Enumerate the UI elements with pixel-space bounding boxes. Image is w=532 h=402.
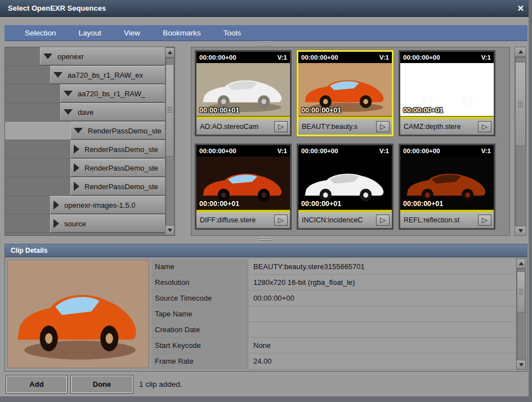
play-icon[interactable]: ▷ — [478, 215, 491, 226]
close-icon[interactable]: ✕ — [517, 3, 524, 14]
timecode-bar: 00:00:00+00V:1 — [298, 145, 392, 157]
scroll-down-icon[interactable] — [166, 225, 174, 235]
tree-item-button[interactable]: openexr — [40, 47, 165, 65]
clip-thumbnail-ao[interactable]: 00:00:00+00V:100:00:00+01AO:AO.stereoCam… — [195, 50, 292, 136]
clip-version: V:1 — [278, 148, 287, 154]
tree-item-label: openexr — [57, 52, 84, 61]
clip-thumbnail-incicn[interactable]: 00:00:00+00V:100:00:00+01INCICN:incidenc… — [297, 144, 394, 230]
chevron-right-icon[interactable] — [74, 145, 79, 154]
scroll-down-icon[interactable] — [515, 226, 526, 235]
scroll-track[interactable] — [515, 57, 526, 226]
details-row-source-timecode: Source Timecode00:00:00+00 — [151, 291, 515, 306]
clip-preview-image: 00:00:00+01 — [298, 63, 392, 116]
clip-label: AO:AO.stereoCam — [200, 123, 272, 131]
tree-item-label: RenderPassDemo_ste — [84, 164, 158, 172]
clip-label-bar: REFL:reflection.st▷ — [400, 212, 494, 228]
play-icon[interactable]: ▷ — [274, 121, 288, 132]
clip-end-timecode: 00:00:00+01 — [403, 106, 443, 114]
scroll-up-icon[interactable] — [166, 48, 174, 57]
clip-version: V:1 — [379, 148, 389, 154]
clip-label: INCICN:incidenceC — [302, 216, 374, 224]
tree-item-button[interactable]: RenderPassDemo_ste — [70, 159, 165, 177]
tree-item-renderpassdemo-ste[interactable]: RenderPassDemo_ste — [5, 177, 165, 196]
scroll-track[interactable] — [517, 269, 525, 360]
play-icon[interactable]: ▷ — [376, 215, 390, 226]
clip-preview-image: 00:00:00+01 — [196, 157, 290, 209]
chevron-down-icon[interactable] — [43, 53, 52, 59]
tree-item-aa720-bs-r1-raw-[interactable]: aa720_bs_r1_RAW_ — [5, 84, 165, 103]
details-row-label: Start Keycode — [151, 338, 248, 353]
details-row-value — [248, 306, 515, 321]
tree-item-openexr-images-1-5-0[interactable]: openexr-images-1.5.0 — [5, 196, 165, 215]
clip-thumbnail-camz[interactable]: 00:00:00+00V:100:00:00+01CAMZ:depth.ster… — [399, 50, 495, 136]
tree-item-button[interactable]: RenderPassDemo_ste — [70, 177, 165, 195]
clip-start-timecode: 00:00:00+00 — [199, 148, 236, 154]
menu-item-view[interactable]: View — [124, 29, 140, 37]
scroll-thumb[interactable] — [166, 64, 174, 157]
scroll-track[interactable] — [166, 57, 174, 225]
timecode-bar: 00:00:00+00V:1 — [400, 145, 494, 157]
chevron-down-icon[interactable] — [64, 91, 73, 96]
clip-version: V:1 — [481, 54, 491, 61]
clip-thumbnail-refl[interactable]: 00:00:00+00V:100:00:00+01REFL:reflection… — [399, 144, 495, 230]
tree-item-button[interactable]: aa720_bs_r1_RAW_ — [60, 84, 165, 102]
details-row-label: Creation Date — [151, 322, 248, 337]
chevron-right-icon[interactable] — [74, 163, 79, 172]
tree-item-renderpassdemo-ste[interactable]: RenderPassDemo_ste — [5, 159, 165, 177]
clip-preview-image: 00:00:00+01 — [298, 157, 392, 209]
clip-end-timecode: 00:00:00+01 — [199, 106, 239, 114]
chevron-down-icon[interactable] — [53, 72, 62, 78]
menu-item-layout[interactable]: Layout — [79, 29, 102, 37]
scroll-thumb[interactable] — [515, 62, 526, 146]
chevron-right-icon[interactable] — [53, 200, 59, 209]
chevron-down-icon[interactable] — [74, 128, 83, 133]
play-icon[interactable]: ▷ — [274, 215, 288, 226]
play-icon[interactable]: ▷ — [376, 121, 390, 132]
play-icon[interactable]: ▷ — [478, 121, 491, 132]
chevron-right-icon[interactable] — [53, 219, 59, 228]
clip-label-bar: AO:AO.stereoCam▷ — [196, 119, 290, 135]
scroll-thumb[interactable] — [517, 271, 525, 312]
tree-item-dave[interactable]: dave — [5, 103, 165, 122]
tree-item-button[interactable]: RenderPassDemo_ste — [70, 140, 165, 158]
tree-item-button[interactable]: openexr-images-1.5.0 — [50, 196, 165, 214]
scroll-down-icon[interactable] — [517, 360, 525, 369]
details-row-frame-rate: Frame Rate24.00 — [151, 354, 515, 369]
add-button[interactable]: Add — [6, 376, 67, 393]
clip-thumbnail-diff[interactable]: 00:00:00+00V:100:00:00+01DIFF:diffuse.st… — [195, 144, 292, 230]
tree-item-renderpassdemo-ste[interactable]: RenderPassDemo_ste — [5, 140, 165, 159]
menu-item-bookmarks[interactable]: Bookmarks — [163, 29, 201, 37]
menu-bar: SelectionLayoutViewBookmarksTools — [5, 25, 527, 41]
clip-label: REFL:reflection.st — [404, 216, 476, 224]
menu-item-tools[interactable]: Tools — [223, 29, 242, 37]
splitter-handle-top[interactable] — [258, 42, 272, 45]
timecode-bar: 00:00:00+00V:1 — [400, 52, 494, 63]
details-scrollbar[interactable] — [516, 258, 526, 370]
tree-item-button[interactable]: aa720_bs_r1_RAW_ex — [50, 66, 165, 84]
tree-item-aa720-bs-r1-raw-ex[interactable]: aa720_bs_r1_RAW_ex — [5, 66, 165, 84]
done-button[interactable]: Done — [71, 376, 133, 393]
clip-thumbnail-beauty[interactable]: 00:00:00+00V:100:00:00+01BEAUTY:beauty.s… — [297, 50, 394, 136]
tree-item-label: dave — [78, 108, 93, 117]
splitter-handle-main[interactable] — [258, 237, 272, 242]
clip-details-header: Clip Details — [5, 244, 527, 257]
chevron-right-icon[interactable] — [74, 182, 79, 191]
menu-item-selection[interactable]: Selection — [25, 29, 56, 37]
clip-label: CAMZ:depth.stere — [404, 123, 476, 131]
tree-item-renderpassdemo-ste[interactable]: RenderPassDemo_ste — [5, 122, 165, 140]
timecode-bar: 00:00:00+00V:1 — [196, 145, 290, 157]
chevron-down-icon[interactable] — [64, 109, 73, 115]
clip-grid-scrollbar[interactable] — [515, 47, 526, 236]
details-row-value: None — [248, 338, 515, 353]
tree-item-button[interactable]: dave — [60, 103, 165, 121]
scroll-up-icon[interactable] — [517, 259, 525, 269]
scroll-up-icon[interactable] — [515, 47, 526, 57]
tree-item-openexr[interactable]: openexr — [5, 47, 165, 66]
tree-item-label: RenderPassDemo_ste — [84, 145, 158, 154]
tree-scrollbar[interactable] — [165, 47, 175, 235]
tree-item-button[interactable]: source — [50, 215, 165, 233]
tree-item-button[interactable]: RenderPassDemo_ste — [70, 122, 165, 140]
tree-item-source[interactable]: source — [5, 215, 165, 233]
clip-label-bar: CAMZ:depth.stere▷ — [400, 119, 494, 135]
details-row-label: Source Timecode — [151, 291, 248, 306]
